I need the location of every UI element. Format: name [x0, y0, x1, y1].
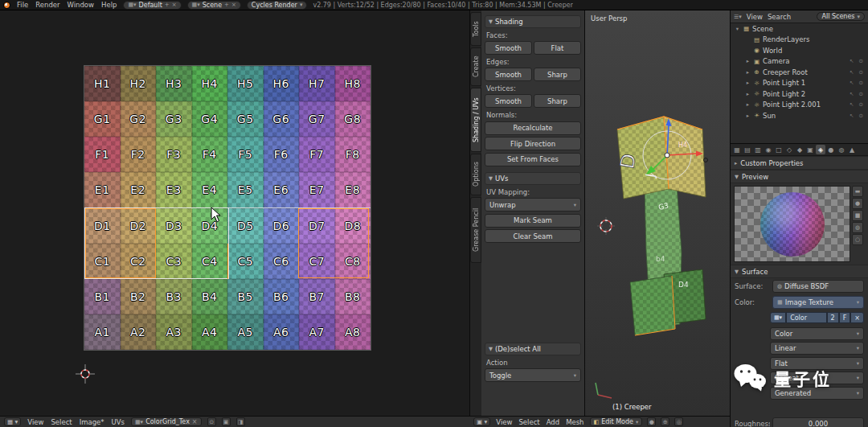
texture-tab[interactable]: ● — [826, 145, 836, 154]
editor-type-outliner-icon[interactable]: ☰▾ — [734, 14, 742, 20]
uv-grid-cell[interactable]: G6 — [264, 101, 300, 137]
expander-icon[interactable]: ▾ — [735, 26, 740, 32]
custom-properties-section-header[interactable]: ▸ Custom Properties — [731, 156, 868, 170]
uv-grid-cell[interactable]: F6 — [264, 137, 300, 172]
uv-grid-cell[interactable]: F7 — [299, 137, 335, 172]
outliner-display-filter[interactable]: All Scenes ▾ — [817, 12, 865, 21]
outliner-menu-view[interactable]: View — [747, 13, 763, 21]
uv-menu-view[interactable]: View — [27, 418, 44, 426]
expander-icon[interactable]: ▸ — [745, 69, 751, 76]
vp-menu-view[interactable]: View — [495, 418, 513, 426]
restrict-toggles[interactable]: ↖ ⊙ — [850, 101, 868, 108]
pin-image-icon[interactable]: ⊙ — [207, 417, 216, 426]
uv-grid-cell[interactable]: H4 — [192, 66, 228, 101]
uv-menu-image[interactable]: Image* — [79, 418, 105, 426]
blender-logo-icon[interactable] — [3, 2, 10, 9]
texture-option-linear[interactable]: Linear▾ — [770, 342, 864, 355]
uv-grid-cell[interactable]: B3 — [156, 279, 192, 314]
editor-type-3dview-icon[interactable]: ▣ ▾ — [473, 417, 490, 426]
uv-pivot-icon[interactable]: ▣ — [222, 417, 231, 426]
uv-grid-cell[interactable]: H7 — [299, 66, 335, 101]
outliner-item-world[interactable]: ◉World — [731, 45, 868, 56]
outliner-item-creeper-root[interactable]: ▸⊕Creeper Root↖ ⊙ — [731, 67, 868, 78]
preview-hair[interactable]: ○ — [852, 234, 863, 245]
scene-selector[interactable]: ▦▾ Scene + × — [187, 1, 241, 10]
image-users-badge[interactable]: 2 — [827, 312, 839, 323]
uv-grid-cell[interactable]: F1 — [84, 137, 121, 172]
uvs-panel-header[interactable]: ▼ UVs — [485, 172, 581, 185]
toggle-action-button[interactable]: Toggle ▾ — [485, 368, 581, 382]
uv-grid-cell[interactable]: E6 — [264, 172, 300, 207]
uv-grid-cell[interactable]: H2 — [121, 66, 157, 101]
outliner-item-camera[interactable]: ▸▣Camera↖ ⊙ — [731, 56, 868, 68]
unlink-image-icon[interactable]: × — [192, 418, 198, 425]
outliner-item-point-light-1[interactable]: ▸☼Point Light 1↖ ⊙ — [731, 78, 868, 89]
uv-grid-cell[interactable]: G7 — [299, 101, 335, 137]
outliner-item-scene[interactable]: ▾▦Scene — [731, 23, 868, 35]
uv-grid-cell[interactable]: C6 — [264, 244, 300, 279]
editor-type-image-icon[interactable]: ▦ ▾ — [4, 417, 21, 426]
uv-grid-cell[interactable]: B8 — [335, 279, 371, 314]
uv-grid-cell[interactable]: E4 — [192, 172, 228, 207]
outliner-item-renderlayers[interactable]: ▤RenderLayers — [731, 35, 868, 46]
uv-grid-cell[interactable]: D5 — [227, 208, 264, 244]
shelf-tab-tools[interactable]: Tools — [470, 12, 481, 46]
outliner-item-point-light-2-001[interactable]: ▸☼Point Light 2.001↖ ⊙ — [731, 100, 868, 111]
uv-grid-cell[interactable]: E3 — [156, 172, 192, 207]
flip-direction-button[interactable]: Flip Direction — [485, 137, 581, 150]
uv-grid-cell[interactable]: H8 — [335, 66, 371, 101]
restrict-toggles[interactable]: ↖ ⊙ — [850, 80, 868, 86]
uv-grid-cell[interactable]: A5 — [227, 314, 264, 350]
uv-grid-cell[interactable]: B1 — [84, 279, 121, 314]
mark-seam-button[interactable]: Mark Seam — [485, 214, 581, 228]
expander-icon[interactable]: ▸ — [745, 91, 751, 97]
preview-flat[interactable]: ▬ — [852, 186, 863, 197]
restrict-toggles[interactable]: ↖ ⊙ — [850, 91, 868, 97]
snap-icon[interactable]: ◎ — [674, 417, 683, 426]
uv-menu-select[interactable]: Select — [50, 418, 72, 426]
material-tab[interactable]: ◈ — [816, 145, 825, 154]
image-datablock-selector[interactable]: ▦▾ ColorGrid_Tex × — [131, 417, 202, 426]
uv-grid-cell[interactable]: E2 — [121, 172, 157, 207]
expander-icon[interactable]: ▸ — [745, 113, 751, 119]
vp-menu-add[interactable]: Add — [546, 418, 560, 426]
edges-smooth-button[interactable]: Smooth — [485, 68, 532, 81]
vp-menu-mesh[interactable]: Mesh — [565, 418, 584, 426]
particles-tab[interactable]: ◍ — [837, 145, 846, 154]
uv-grid-cell[interactable]: A1 — [84, 314, 121, 350]
viewport-shading-icon[interactable]: ● — [647, 417, 656, 426]
uv-grid-cell[interactable]: C4 — [192, 244, 228, 279]
shading-panel-header[interactable]: ▼ Shading — [485, 15, 581, 28]
uv-grid-cell[interactable]: G1 — [84, 101, 121, 137]
uv-grid-cell[interactable]: F5 — [227, 137, 264, 172]
uv-grid-cell[interactable]: B5 — [227, 279, 264, 314]
uv-island-selection-right[interactable] — [298, 208, 369, 278]
preview-monkey[interactable]: ◍ — [852, 222, 863, 233]
physics-tab[interactable]: ▲ — [847, 145, 857, 154]
constraints-tab[interactable]: ◇ — [784, 145, 794, 154]
vp-menu-select[interactable]: Select — [518, 418, 540, 426]
scene-tab[interactable]: ▥ — [753, 145, 763, 154]
expander-icon[interactable]: ▸ — [745, 101, 751, 108]
unwrap-button[interactable]: Unwrap ▾ — [485, 198, 581, 211]
restrict-toggles[interactable]: ↖ ⊙ — [850, 69, 868, 76]
uv-grid-cell[interactable]: G5 — [227, 101, 264, 137]
render-engine-selector[interactable]: Cycles Render ▾ — [247, 1, 308, 10]
viewport-3d[interactable]: User Persp — [585, 10, 730, 416]
uv-grid-cell[interactable]: F2 — [121, 137, 157, 172]
restrict-toggles[interactable]: ↖ ⊙ — [850, 58, 868, 64]
uv-grid-cell[interactable]: H5 — [227, 66, 264, 101]
unlink-image-button[interactable]: × — [850, 312, 864, 323]
shelf-tab-grease-pencil[interactable]: Grease Pencil — [470, 197, 481, 263]
shelf-tab-create[interactable]: Create — [470, 47, 481, 86]
menu-render[interactable]: Render — [35, 1, 60, 9]
modifiers-tab[interactable]: ◆ — [795, 145, 805, 154]
shelf-tab-shading-uvs[interactable]: Shading / UVs — [470, 88, 481, 152]
uv-grid-cell[interactable]: E5 — [227, 172, 264, 207]
delete-layout-icon[interactable]: × — [172, 2, 177, 8]
delete-scene-icon[interactable]: × — [231, 2, 236, 8]
world-tab[interactable]: ◉ — [764, 145, 773, 154]
add-layout-icon[interactable]: + — [165, 2, 170, 8]
uv-grid-cell[interactable]: F8 — [335, 137, 371, 172]
preview-sphere[interactable]: ● — [852, 198, 863, 209]
